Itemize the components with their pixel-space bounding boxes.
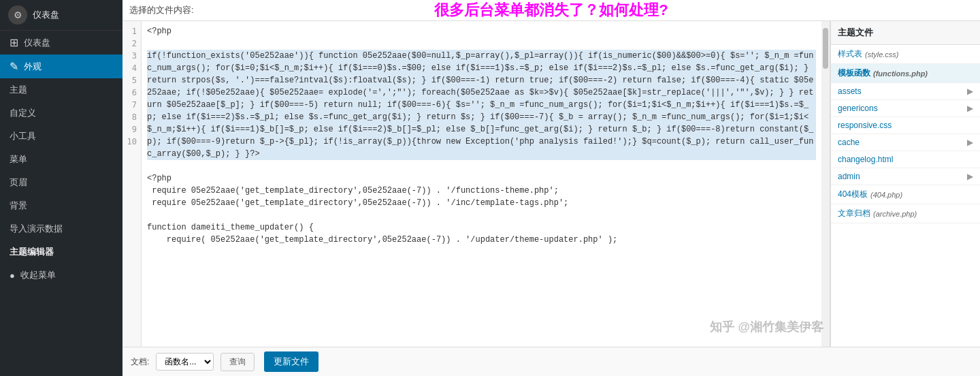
file-label-text: changelog.html xyxy=(838,155,893,164)
update-file-button[interactable]: 更新文件 xyxy=(264,351,318,372)
sidebar-logo[interactable]: ⚙ 仪表盘 xyxy=(0,0,122,31)
sidebar-item-appearance[interactable]: ✎外观 xyxy=(0,54,122,78)
bottom-bar: 文档: 函数名... 查询 更新文件 xyxy=(122,347,980,376)
code-line-7: require 05e252aae('get_template_director… xyxy=(147,197,816,209)
sidebar-item-label: 小工具 xyxy=(10,130,36,142)
sidebar-item-label: 外观 xyxy=(24,61,42,73)
code-lines: <?php if(!function_exists('05e252aae')){… xyxy=(142,21,821,347)
file-tree-items: 样式表(style.css)模板函数(functions.php)assets▶… xyxy=(831,45,980,223)
code-line-2 xyxy=(147,37,816,50)
vertical-scrollbar[interactable] xyxy=(821,21,830,347)
sidebar-item-import[interactable]: 导入演示数据 xyxy=(0,217,122,240)
folder-arrow-icon: ▶ xyxy=(967,172,973,181)
file-label-text: 模板函数 xyxy=(838,67,870,79)
file-tree-item-cache[interactable]: cache▶ xyxy=(831,134,980,151)
line-number-4: 4 xyxy=(122,62,141,74)
sidebar-item-customize[interactable]: 自定义 xyxy=(0,101,122,125)
line-number-6: 6 xyxy=(122,87,141,99)
line-number-1: 1 xyxy=(122,25,141,37)
file-tree-item-archive[interactable]: 文章归档(archive.php) xyxy=(831,204,980,223)
sidebar-item-menus[interactable]: 菜单 xyxy=(0,148,122,171)
line-number-9: 9 xyxy=(122,123,141,136)
file-sub-label: (404.php) xyxy=(870,191,902,199)
sidebar: ⚙ 仪表盘 ⊞仪表盘✎外观主题自定义小工具菜单页眉背景导入演示数据主题编辑器●收… xyxy=(0,0,122,376)
code-line-4 xyxy=(147,160,816,172)
file-label: 选择的文件内容: xyxy=(129,4,194,16)
folder-label: assets xyxy=(838,87,862,96)
file-tree-item-functions[interactable]: 模板函数(functions.php) xyxy=(831,64,980,83)
file-tree-item-404[interactable]: 404模板(404.php) xyxy=(831,185,980,204)
file-tree-item-changelog[interactable]: changelog.html xyxy=(831,151,980,168)
sidebar-item-label: 仪表盘 xyxy=(24,37,50,49)
file-label-text: 文章归档 xyxy=(838,208,870,219)
folder-label: cache xyxy=(838,138,860,147)
code-line-8 xyxy=(147,209,816,221)
line-number-2: 2 xyxy=(122,37,141,50)
wp-icon: ⚙ xyxy=(8,5,27,25)
code-line-5: <?php xyxy=(147,172,816,185)
code-line-3: if(!function_exists('05e252aae')){ funct… xyxy=(147,50,816,160)
line-number-7: 7 xyxy=(122,99,141,111)
sidebar-item-header[interactable]: 页眉 xyxy=(0,171,122,194)
sidebar-item-label: 主题 xyxy=(10,84,27,96)
file-label-text: 样式表 xyxy=(838,48,862,60)
file-tree-item-genericons[interactable]: genericons▶ xyxy=(831,100,980,117)
main-content: 选择的文件内容: 很多后台菜单都消失了？如何处理? 12345678910 <?… xyxy=(122,0,980,376)
line-number-5: 5 xyxy=(122,74,141,87)
code-line-1: <?php xyxy=(147,25,816,37)
sidebar-item-label: 自定义 xyxy=(10,107,36,119)
dashboard-icon: ⊞ xyxy=(10,36,18,49)
annotation-text: 很多后台菜单都消失了？如何处理? xyxy=(434,0,668,20)
line-number-8: 8 xyxy=(122,111,141,123)
file-sub-label: (functions.php) xyxy=(873,69,928,78)
collapse-icon: ● xyxy=(10,270,15,281)
sidebar-item-label: 页眉 xyxy=(10,176,27,189)
sidebar-item-label: 主题编辑器 xyxy=(10,246,54,258)
sidebar-logo-label: 仪表盘 xyxy=(33,9,59,21)
line-number-10: 10 xyxy=(122,136,141,148)
file-tree-item-admin[interactable]: admin▶ xyxy=(831,168,980,185)
code-line-9: function dameiti_theme_updater() { xyxy=(147,221,816,234)
folder-label: admin xyxy=(838,172,860,181)
file-tree-item-stylesheet[interactable]: 样式表(style.css) xyxy=(831,45,980,64)
doc-label: 文档: xyxy=(131,356,149,368)
appearance-icon: ✎ xyxy=(10,60,18,73)
line-numbers: 12345678910 xyxy=(122,21,142,347)
folder-arrow-icon: ▶ xyxy=(967,104,973,113)
query-button[interactable]: 查询 xyxy=(220,353,255,371)
folder-arrow-icon: ▶ xyxy=(967,138,973,147)
file-label-text: responsive.css xyxy=(838,121,892,130)
sidebar-item-label: 背景 xyxy=(10,200,27,212)
sidebar-item-label: 菜单 xyxy=(10,153,27,166)
code-content: 12345678910 <?php if(!function_exists('0… xyxy=(122,21,830,347)
file-tree-item-responsive[interactable]: responsive.css xyxy=(831,117,980,134)
editor-wrapper: 12345678910 <?php if(!function_exists('0… xyxy=(122,21,980,347)
folder-label: genericons xyxy=(838,104,878,113)
file-tree-header: 主题文件 xyxy=(831,21,980,45)
function-select[interactable]: 函数名... xyxy=(156,353,214,371)
sidebar-item-collapse[interactable]: ●收起菜单 xyxy=(0,264,122,287)
file-tree-item-assets[interactable]: assets▶ xyxy=(831,83,980,100)
file-label-text: 404模板 xyxy=(838,189,868,200)
line-number-3: 3 xyxy=(122,50,141,62)
sidebar-item-label: 收起菜单 xyxy=(20,269,56,281)
sidebar-item-background[interactable]: 背景 xyxy=(0,194,122,217)
code-line-10: require( 05e252aae('get_template_directo… xyxy=(147,234,816,246)
code-line-6: require 05e252aae('get_template_director… xyxy=(147,185,816,197)
scrollbar-thumb xyxy=(823,28,828,69)
sidebar-item-theme-editor[interactable]: 主题编辑器 xyxy=(0,240,122,264)
sidebar-item-theme[interactable]: 主题 xyxy=(0,78,122,101)
sidebar-item-label: 导入演示数据 xyxy=(10,223,63,235)
code-area[interactable]: 12345678910 <?php if(!function_exists('0… xyxy=(122,21,830,347)
folder-arrow-icon: ▶ xyxy=(967,87,973,96)
top-banner: 选择的文件内容: 很多后台菜单都消失了？如何处理? xyxy=(122,0,980,21)
sidebar-item-dashboard[interactable]: ⊞仪表盘 xyxy=(0,31,122,54)
file-tree: 主题文件 样式表(style.css)模板函数(functions.php)as… xyxy=(830,21,980,347)
file-sub-label: (style.css) xyxy=(865,50,899,59)
sidebar-item-widgets[interactable]: 小工具 xyxy=(0,125,122,148)
file-sub-label: (archive.php) xyxy=(873,210,917,218)
